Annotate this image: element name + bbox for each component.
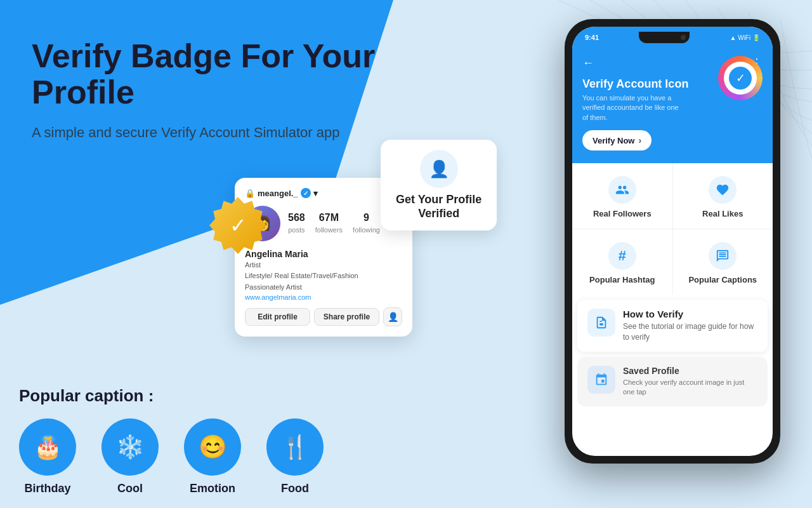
cool-icon: ❄️	[102, 418, 159, 476]
checkmark-icon: ✓	[230, 213, 247, 237]
saved-profile-card[interactable]: Saved Profile Check your verify account …	[577, 357, 768, 406]
profile-name: Angelina Maria	[245, 249, 402, 259]
left-section: Verify Badge For Your Profile A simple a…	[32, 38, 412, 168]
caption-item-cool[interactable]: ❄️ Cool	[102, 418, 159, 495]
saved-profile-text: Saved Profile Check your verify account …	[623, 366, 757, 398]
food-icon: 🍴	[266, 418, 324, 476]
caption-item-birthday[interactable]: 🎂 Birthday	[19, 418, 76, 495]
verify-now-button[interactable]: Verify Now ›	[582, 130, 652, 150]
chevron-down-icon: ▾	[313, 189, 318, 198]
status-time: 9:41	[585, 34, 599, 41]
caption-item-emotion[interactable]: 😊 Emotion	[184, 418, 241, 495]
popular-hashtag-label: Popular Hashtag	[589, 275, 655, 284]
emotion-label: Emotion	[190, 482, 235, 495]
phone-screen: 9:41 ▲ WiFi 🔋 ← ⋮ Verify Account Icon	[572, 27, 773, 456]
back-arrow-icon[interactable]: ←	[582, 57, 594, 70]
person-icon[interactable]: 👤	[383, 307, 402, 326]
profile-stats: 568 posts 67M followers 9 following	[288, 212, 380, 235]
saved-profile-title: Saved Profile	[623, 366, 757, 376]
caption-item-food[interactable]: 🍴 Food	[266, 418, 324, 495]
caption-items: 🎂 Birthday ❄️ Cool 😊 Emotion 🍴	[19, 418, 463, 495]
real-likes-icon	[709, 176, 737, 204]
profile-buttons: Edit profile Share profile 👤	[245, 307, 402, 326]
popular-hashtag-icon: #	[608, 242, 636, 270]
status-icons: ▲ WiFi 🔋	[730, 34, 760, 41]
stat-following: 9 following	[353, 212, 380, 235]
how-to-verify-title: How to Verify	[623, 309, 757, 319]
profile-bio-line3: Passionately Artist	[245, 283, 402, 292]
gradient-ring: ✓	[718, 56, 763, 100]
how-to-verify-desc: See the tutorial or image guide for how …	[623, 321, 757, 343]
camera-dot	[681, 35, 686, 40]
popular-caption-section: Popular caption : 🎂 Birthday ❄️ Cool 😊 E…	[19, 386, 463, 495]
phone-frame: 9:41 ▲ WiFi 🔋 ← ⋮ Verify Account Icon	[565, 19, 780, 464]
stat-posts: 568 posts	[288, 212, 305, 235]
real-likes-label: Real Likes	[702, 209, 743, 218]
profile-verified-bubble: 👤 Get Your Profile Verified	[381, 140, 497, 231]
phone-mockup: 9:41 ▲ WiFi 🔋 ← ⋮ Verify Account Icon	[558, 19, 787, 489]
how-to-verify-text: How to Verify See the tutorial or image …	[623, 309, 757, 343]
person-placeholder-icon: 👤	[420, 150, 458, 188]
phone-feature-grid: Real Followers Real Likes #	[572, 163, 773, 295]
saved-profile-desc: Check your verify account image in just …	[623, 378, 757, 398]
stat-followers: 67M followers	[315, 212, 343, 235]
emotion-icon: 😊	[184, 418, 241, 476]
cool-label: Cool	[117, 482, 143, 495]
profile-card-header: 🔒 meangel._ ✓ ▾ ⊞ ☰	[245, 188, 402, 198]
main-title: Verify Badge For Your Profile	[32, 38, 412, 110]
verified-badge: ✓	[301, 188, 311, 198]
gradient-badge: ✓	[718, 56, 763, 100]
real-followers-label: Real Followers	[593, 209, 652, 218]
gold-badge-stamp: ✓	[209, 197, 266, 254]
real-followers-icon	[608, 176, 636, 204]
saved-profile-icon	[587, 366, 615, 394]
grid-item-popular-captions[interactable]: Popular Captions	[673, 229, 773, 295]
how-to-verify-card[interactable]: How to Verify See the tutorial or image …	[577, 300, 768, 352]
birthday-icon: 🎂	[19, 418, 76, 476]
phone-status-bar: 9:41 ▲ WiFi 🔋	[572, 27, 773, 48]
how-to-verify-icon	[587, 309, 615, 337]
verified-check-icon: ✓	[729, 67, 752, 90]
food-label: Food	[281, 482, 309, 495]
phone-top-desc: You can simulate you have a verified acc…	[582, 93, 684, 123]
profile-bio-line2: Lifestyle/ Real Estate/Travel/Fashion	[245, 271, 402, 281]
subtitle: A simple and secure Verify Account Simul…	[32, 123, 412, 143]
popular-caption-title: Popular caption :	[19, 386, 463, 406]
profile-link[interactable]: www.angelmaria.com	[245, 293, 402, 301]
gold-badge-inner: ✓	[209, 197, 266, 254]
profile-stats-row: 👩 568 posts 67M followers 9 following	[245, 206, 402, 241]
grid-item-popular-hashtag[interactable]: # Popular Hashtag	[572, 229, 672, 295]
arrow-right-icon: ›	[638, 135, 641, 145]
popular-captions-icon	[709, 242, 737, 270]
grid-item-real-likes[interactable]: Real Likes	[673, 163, 773, 229]
birthday-label: Birthday	[24, 482, 70, 495]
profile-bio-line1: Artist	[245, 260, 402, 270]
phone-top-section: ← ⋮ Verify Account Icon You can simulate…	[572, 48, 773, 163]
popular-captions-label: Popular Captions	[688, 275, 757, 284]
phone-content: ← ⋮ Verify Account Icon You can simulate…	[572, 48, 773, 456]
edit-profile-button[interactable]: Edit profile	[245, 308, 310, 326]
share-profile-button[interactable]: Share profile	[314, 308, 379, 326]
gradient-ring-inner: ✓	[724, 62, 757, 95]
bubble-text: Get Your Profile Verified	[396, 193, 481, 220]
grid-item-real-followers[interactable]: Real Followers	[572, 163, 672, 229]
phone-notch	[639, 32, 690, 43]
